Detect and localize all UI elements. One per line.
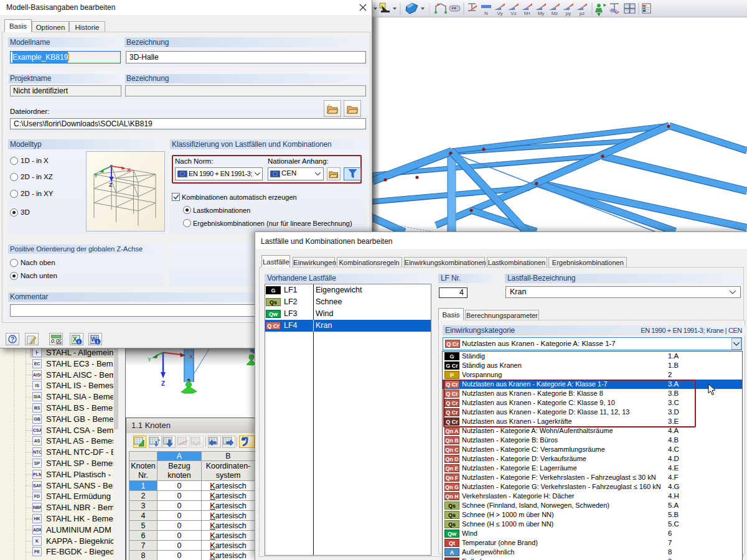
svg-text:My: My	[538, 11, 545, 16]
svg-text:N: N	[484, 11, 488, 16]
svg-text:Y: Y	[94, 172, 98, 179]
svg-text:?: ?	[11, 336, 14, 343]
svg-text:X: X	[127, 167, 131, 173]
svg-text:Vy: Vy	[497, 11, 502, 16]
svg-text:00: 00	[56, 338, 62, 344]
svg-text:0.: 0.	[51, 338, 56, 344]
svg-text:Vz: Vz	[510, 11, 516, 16]
svg-text:Z: Z	[109, 182, 113, 188]
svg-text:pz: pz	[580, 11, 585, 16]
svg-text:*: *	[328, 103, 330, 108]
svg-text:Mᴛ: Mᴛ	[524, 11, 531, 16]
svg-text:Z: Z	[161, 380, 165, 387]
svg-text:i: i	[97, 339, 98, 345]
svg-text:Mz: Mz	[552, 11, 558, 16]
svg-text:+: +	[157, 437, 161, 443]
svg-text:py: py	[566, 11, 571, 16]
svg-text:i: i	[78, 339, 80, 345]
